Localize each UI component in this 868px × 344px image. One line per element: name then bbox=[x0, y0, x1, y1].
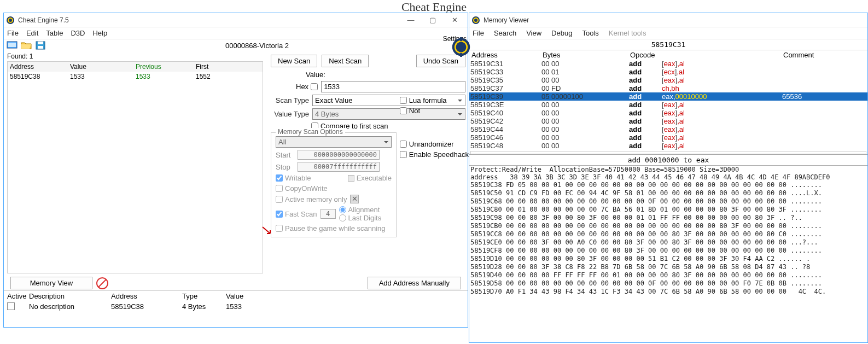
no-icon bbox=[96, 277, 109, 290]
process-name: 00000868-Victoria 2 bbox=[49, 42, 465, 50]
start-label: Start bbox=[276, 151, 294, 159]
fast-scan-checkbox[interactable]: Fast Scan bbox=[276, 210, 317, 218]
region-combo[interactable]: All bbox=[276, 136, 392, 148]
mv-menu-view[interactable]: View bbox=[526, 29, 541, 37]
svg-rect-10 bbox=[38, 46, 43, 49]
fast-scan-value[interactable] bbox=[321, 209, 336, 219]
active-checkbox[interactable] bbox=[7, 302, 15, 310]
disasm-row[interactable]: 58519C4200 00add[eax],al bbox=[469, 117, 867, 125]
menu-help[interactable]: Help bbox=[92, 29, 107, 37]
disasm-row[interactable]: 58519C3700 FDaddch,bh bbox=[469, 84, 867, 92]
add-address-manually-button[interactable]: Add Address Manually bbox=[368, 277, 461, 289]
not-checkbox[interactable]: Not bbox=[400, 107, 469, 115]
memory-view-button[interactable]: Memory View bbox=[10, 277, 92, 289]
col-previous[interactable]: Previous bbox=[133, 62, 194, 72]
executable-checkbox[interactable]: Executable bbox=[348, 174, 392, 182]
start-input[interactable] bbox=[298, 150, 380, 160]
col-desc[interactable]: Description bbox=[29, 292, 111, 300]
results-header: Address Value Previous First bbox=[8, 62, 263, 72]
menu-file[interactable]: File bbox=[7, 29, 19, 37]
dh-opcode[interactable]: Opcode bbox=[629, 51, 662, 59]
memory-viewer-window: Memory Viewer File Search View Debug Too… bbox=[469, 13, 868, 343]
dh-address[interactable]: Address bbox=[470, 51, 541, 59]
group-title: Memory Scan Options bbox=[276, 128, 345, 136]
mv-menu-kernel[interactable]: Kernel tools bbox=[609, 29, 646, 37]
lastdigits-radio[interactable]: Last Digits bbox=[339, 214, 382, 222]
window-title: Cheat Engine 7.5 bbox=[18, 16, 400, 24]
found-count: Found: 1 bbox=[4, 51, 266, 61]
disasm-row[interactable]: 58519C3905 00000100addeax,0001000065536 bbox=[469, 92, 867, 101]
cheat-engine-window: Cheat Engine 7.5 — ▢ ✕ File Edit Table D… bbox=[3, 13, 468, 328]
mv-menu-debug[interactable]: Debug bbox=[551, 29, 572, 37]
maximize-button[interactable]: ▢ bbox=[422, 14, 444, 26]
pause-checkbox[interactable]: Pause the game while scanning bbox=[276, 224, 386, 232]
disasm-row[interactable]: 58519C3500 00add[eax],al bbox=[469, 76, 867, 84]
value-input[interactable] bbox=[321, 81, 465, 92]
save-icon[interactable] bbox=[34, 40, 46, 50]
disasm-header: Address Bytes Opcode Comment bbox=[469, 50, 867, 60]
arrow-icon bbox=[261, 226, 271, 236]
open-file-icon[interactable] bbox=[20, 40, 32, 50]
lua-formula-checkbox[interactable]: Lua formula bbox=[400, 96, 469, 104]
disasm-row[interactable]: 58519C4400 00add[eax],al bbox=[469, 125, 867, 133]
minimize-button[interactable]: — bbox=[400, 14, 422, 26]
col-active[interactable]: Active bbox=[7, 292, 29, 300]
svg-rect-9 bbox=[38, 42, 43, 44]
stop-label: Stop bbox=[276, 163, 294, 171]
unrandomizer-checkbox[interactable]: Unrandomizer bbox=[400, 140, 469, 148]
address-list-row[interactable]: No description 58519C38 4 Bytes 1533 bbox=[4, 301, 468, 313]
mv-menu-file[interactable]: File bbox=[473, 29, 484, 37]
disasm-row[interactable]: 58519C3E00 00add[eax],al bbox=[469, 101, 867, 109]
col-first[interactable]: First bbox=[194, 62, 248, 72]
disasm-row[interactable]: 58519C4800 00add[eax],al bbox=[469, 142, 867, 150]
svg-rect-3 bbox=[460, 53, 462, 57]
cheat-engine-logo bbox=[451, 37, 471, 57]
mv-titlebar[interactable]: Memory Viewer bbox=[469, 13, 867, 27]
results-list[interactable]: Address Value Previous First 58519C38 15… bbox=[7, 61, 263, 273]
mv-menu-tools[interactable]: Tools bbox=[582, 29, 598, 37]
col-val2[interactable]: Value bbox=[226, 292, 281, 300]
copyonwrite-checkbox[interactable]: CopyOnWrite bbox=[276, 184, 328, 193]
hex-dump[interactable]: 58519C38 FD 05 00 00 01 00 00 00 00 00 0… bbox=[469, 181, 867, 296]
svg-rect-2 bbox=[460, 37, 462, 41]
disassembly-list[interactable]: 58519C3100 00add[eax],al58519C3300 01add… bbox=[469, 60, 867, 150]
menu-d3d[interactable]: D3D bbox=[71, 29, 85, 37]
col-value[interactable]: Value bbox=[68, 62, 133, 72]
col-type[interactable]: Type bbox=[182, 292, 226, 300]
disasm-row[interactable]: 58519C4600 00add[eax],al bbox=[469, 133, 867, 142]
address-list-header: Active Description Address Type Value bbox=[4, 291, 468, 301]
app-icon bbox=[6, 16, 15, 25]
dh-comment[interactable]: Comment bbox=[782, 51, 866, 59]
scan-type-label: Scan Type bbox=[271, 96, 309, 104]
col-address[interactable]: Address bbox=[8, 62, 68, 72]
instruction-info: add 00010000 to eax bbox=[469, 154, 867, 166]
active-memory-checkbox[interactable]: Active memory only bbox=[276, 195, 347, 203]
menu-edit[interactable]: Edit bbox=[26, 29, 38, 37]
writable-checkbox[interactable]: Writable bbox=[276, 174, 311, 182]
col-addr2[interactable]: Address bbox=[111, 292, 182, 300]
hex-header: address 38 39 3A 3B 3C 3D 3E 3F 40 41 42… bbox=[469, 173, 867, 181]
open-process-icon[interactable] bbox=[6, 40, 18, 50]
titlebar[interactable]: Cheat Engine 7.5 — ▢ ✕ bbox=[4, 13, 468, 27]
current-address: 58519C31 bbox=[469, 39, 867, 50]
clear-icon[interactable]: ✕ bbox=[350, 195, 359, 203]
svg-rect-7 bbox=[8, 43, 16, 47]
disasm-row[interactable]: 58519C3300 01add[ecx],al bbox=[469, 68, 867, 76]
close-button[interactable]: ✕ bbox=[444, 14, 465, 26]
protect-line: Protect:Read/Write AllocationBase=57D500… bbox=[469, 166, 867, 173]
next-scan-button[interactable]: Next Scan bbox=[322, 55, 369, 67]
alignment-radio[interactable]: Alignment bbox=[339, 206, 382, 214]
new-scan-button[interactable]: New Scan bbox=[271, 55, 317, 67]
disasm-row[interactable]: 58519C4000 00add[eax],al bbox=[469, 109, 867, 117]
menu-table[interactable]: Table bbox=[46, 29, 63, 37]
hex-checkbox[interactable]: Hex bbox=[296, 83, 318, 91]
app-icon bbox=[471, 16, 480, 25]
mv-menu-search[interactable]: Search bbox=[494, 29, 516, 37]
dh-bytes[interactable]: Bytes bbox=[541, 51, 629, 59]
stop-input[interactable] bbox=[298, 162, 380, 172]
disasm-row[interactable]: 58519C3100 00add[eax],al bbox=[469, 60, 867, 68]
mv-menubar: File Search View Debug Tools Kernel tool… bbox=[469, 27, 867, 39]
results-row[interactable]: 58519C38 1533 1533 1552 bbox=[8, 72, 263, 81]
value-label: Value: bbox=[306, 71, 325, 79]
speedhack-checkbox[interactable]: Enable Speedhack bbox=[400, 150, 469, 159]
